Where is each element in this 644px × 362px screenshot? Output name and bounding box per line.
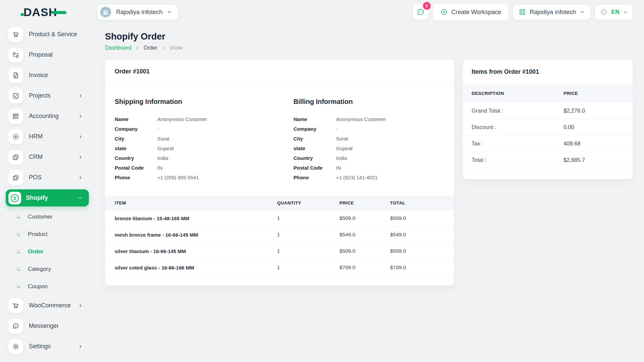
overlap-squares-icon bbox=[8, 170, 23, 185]
sidebar-item-hrm[interactable]: HRM bbox=[0, 126, 95, 147]
breadcrumb-order: Order bbox=[144, 45, 157, 51]
sidebar-item-messenger[interactable]: Messenger bbox=[0, 316, 95, 336]
chevron-right-icon bbox=[78, 175, 83, 180]
breadcrumb-dashboard-link[interactable]: Dashboard bbox=[105, 45, 131, 51]
building-icon bbox=[102, 8, 110, 16]
chevron-right-icon bbox=[78, 155, 83, 160]
bullet-icon bbox=[16, 215, 20, 219]
chat-bubble-icon bbox=[417, 8, 425, 16]
sidebar-item-label: HRM bbox=[29, 133, 43, 140]
summary-row-grand-total: Grand Total : $2,276.0 bbox=[463, 103, 633, 119]
invoice-icon bbox=[8, 68, 23, 83]
sidebar-item-label: Invoice bbox=[29, 72, 48, 79]
order-summary-card: Items from Order #1001 DESCRIPTION PRICE… bbox=[463, 60, 633, 179]
chevron-down-icon bbox=[623, 10, 628, 15]
summary-card-title: Items from Order #1001 bbox=[463, 60, 633, 84]
overlap-squares-icon bbox=[8, 150, 23, 165]
sidebar-item-projects[interactable]: Projects bbox=[0, 85, 95, 106]
sidebar-item-crm[interactable]: CRM bbox=[0, 147, 95, 167]
main-content: Shopify Order Dashboard Order show Order… bbox=[95, 24, 644, 362]
workspace-menu[interactable]: Rajodiya infotech bbox=[513, 4, 591, 20]
chevron-down-icon bbox=[167, 9, 172, 15]
sidebar-subitem-coupon[interactable]: Coupon bbox=[0, 278, 95, 295]
workspace-menu-label: Rajodiya infotech bbox=[530, 9, 576, 16]
summary-row-discount: Discount : 0.00 bbox=[463, 119, 633, 135]
cart-icon bbox=[8, 298, 23, 313]
hrm-target-icon bbox=[8, 129, 23, 144]
sidebar-item-accounting[interactable]: Accounting bbox=[0, 106, 95, 126]
bullet-icon bbox=[16, 232, 20, 237]
shipping-heading: Shipping Information bbox=[115, 98, 293, 106]
messages-badge: 0 bbox=[423, 2, 431, 10]
logo[interactable]: DASH bbox=[20, 6, 66, 19]
sidebar-item-settings[interactable]: Settings bbox=[0, 336, 95, 357]
create-workspace-label: Create Workspace bbox=[451, 9, 501, 16]
billing-heading: Billing Information bbox=[293, 98, 444, 106]
cart-icon bbox=[8, 27, 23, 42]
sidebar-item-label: Product & Service bbox=[29, 31, 77, 38]
order-card-title: Order #1001 bbox=[105, 60, 454, 84]
chevron-down-icon bbox=[580, 9, 585, 15]
sidebar-item-label: CRM bbox=[29, 154, 43, 161]
workspace-avatar bbox=[100, 6, 112, 18]
sidebar: Product & Service Proposal Invoice Proje… bbox=[0, 24, 95, 362]
sidebar-item-shopify-active[interactable]: S Shopify bbox=[6, 189, 89, 206]
sidebar-item-product-service[interactable]: Product & Service bbox=[0, 24, 95, 45]
sidebar-item-label: Messenger bbox=[29, 322, 59, 329]
chevron-right-icon bbox=[78, 93, 83, 99]
messages-button[interactable]: 0 bbox=[413, 4, 429, 20]
chevron-right-icon bbox=[78, 344, 83, 349]
sidebar-item-label: WooCommerce bbox=[29, 302, 71, 309]
items-table-header: ITEM QUANTITY PRICE TOTAL bbox=[105, 196, 454, 210]
chevron-right-icon bbox=[78, 134, 83, 139]
breadcrumb: Dashboard Order show bbox=[105, 45, 633, 51]
sidebar-subitem-label: Category bbox=[28, 266, 51, 273]
table-row: silver titanium - 16-66-145 MM 1 $509.0 … bbox=[105, 243, 454, 259]
bullet-icon bbox=[16, 267, 20, 272]
chevron-right-icon bbox=[78, 303, 83, 308]
sidebar-subitem-label: Coupon bbox=[28, 283, 48, 290]
grid-plus-icon bbox=[8, 109, 23, 124]
language-selector[interactable]: EN bbox=[595, 4, 633, 20]
language-label: EN bbox=[611, 9, 620, 15]
sidebar-item-label: Shopify bbox=[26, 194, 48, 201]
summary-row-tax: Tax : 409.68 bbox=[463, 135, 633, 152]
sidebar-item-pos[interactable]: POS bbox=[0, 167, 95, 188]
workspace-selector[interactable]: Rajodiya infotech bbox=[97, 4, 178, 20]
proposal-icon bbox=[8, 48, 23, 62]
sidebar-item-proposal[interactable]: Proposal bbox=[0, 45, 95, 65]
billing-information: Billing Information NameAnonymous Custom… bbox=[293, 98, 444, 182]
logo-dot-accent bbox=[21, 13, 24, 16]
bullet-icon bbox=[16, 284, 20, 289]
gear-icon bbox=[8, 339, 23, 354]
create-workspace-button[interactable]: Create Workspace bbox=[433, 3, 509, 21]
sidebar-item-label: Accounting bbox=[29, 113, 59, 120]
summary-row-total: Total : $2,685.7 bbox=[463, 152, 633, 168]
table-row: bronze titanium - 15-48-165 MM 1 $509.0 … bbox=[105, 210, 454, 227]
sidebar-subitem-order-active[interactable]: Order bbox=[0, 243, 95, 260]
chat-bubble-icon bbox=[8, 319, 23, 334]
chevron-right-icon bbox=[135, 46, 140, 50]
table-row: mesh bronze frame - 16-66-145 MM 1 $549.… bbox=[105, 227, 454, 243]
chevron-right-icon bbox=[78, 114, 83, 119]
logo-dash-accent bbox=[52, 11, 66, 14]
page-title: Shopify Order bbox=[105, 32, 633, 42]
sidebar-item-label: Settings bbox=[29, 343, 51, 350]
chevron-down-icon bbox=[77, 195, 83, 201]
breadcrumb-current: show bbox=[170, 45, 182, 51]
sidebar-item-invoice[interactable]: Invoice bbox=[0, 65, 95, 85]
sidebar-subitem-label: Order bbox=[28, 248, 43, 255]
topbar: DASH Rajodiya infotech 0 Create Workspac… bbox=[0, 0, 644, 24]
plus-circle-icon bbox=[440, 8, 448, 16]
sidebar-subitem-label: Customer bbox=[28, 214, 53, 220]
sidebar-subitem-customer[interactable]: Customer bbox=[0, 208, 95, 226]
summary-table-header: DESCRIPTION PRICE bbox=[463, 84, 633, 103]
sidebar-item-woocommerce[interactable]: WooCommerce bbox=[0, 295, 95, 316]
shipping-information: Shipping Information NameAnonymous Custo… bbox=[115, 98, 293, 182]
sidebar-subitem-product[interactable]: Product bbox=[0, 226, 95, 243]
shopify-icon: S bbox=[8, 192, 21, 204]
sidebar-item-label: Projects bbox=[29, 92, 51, 99]
sidebar-subitem-category[interactable]: Category bbox=[0, 260, 95, 278]
grid-plus-icon bbox=[519, 8, 526, 16]
bullet-icon bbox=[16, 249, 20, 254]
